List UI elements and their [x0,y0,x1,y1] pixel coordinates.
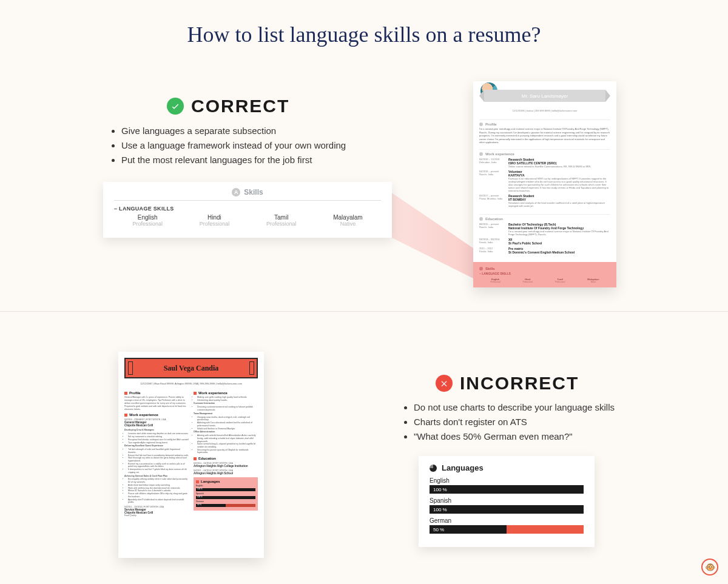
page-title: How to list language skills on a resume? [0,0,728,47]
cross-icon [436,375,453,392]
bar-item: German 50 % [430,517,584,534]
heading-text: Profile [485,123,497,126]
resume-correct-thumbnail: Mr. Saru Landsmayer 12/12/1996 | Indian … [473,81,616,287]
skills-subheading: – LANGUAGE SKILLS [114,206,381,212]
incorrect-tips: Do not use charts to describe your langu… [402,400,615,444]
tip-item: Charts don't register on ATS [414,415,615,429]
languages-heading: Languages [430,463,584,472]
language-cell: English Professional [132,214,163,227]
job-org: Chipotle Mexican Grill [124,424,189,427]
work-item: 04/2016 – 11/2016Dehradun, India Researc… [479,158,610,168]
skills-card: A Skills – LANGUAGE SKILLS English Profe… [103,182,392,238]
correct-heading: CORRECT [167,96,289,116]
lang-name: Hindi [200,214,230,221]
education-heading: Education [194,457,258,460]
heading-text: Profile [129,391,141,395]
edu-item: 08/2015 – presentRanchi, India Bachelor … [479,223,610,236]
skills-card-heading: A Skills [114,188,381,201]
language-cell: Tamil Professional [266,214,297,227]
education-heading: Education [479,214,610,221]
heading-text: Work experience [129,413,158,417]
incorrect-section: INCORRECT Do not use charts to describe … [0,340,728,582]
bar-item: Spanish 100 % [430,497,584,514]
work-heading: Work experience [194,391,258,395]
correct-label: CORRECT [191,96,289,116]
profile-text: I'm a second-year metallurgy and materia… [479,127,610,144]
heading-text: Education [485,217,503,221]
heading-text: Education [198,457,216,460]
resume-language-block: Languages English 100 %Spanish 100 %Germ… [194,477,258,511]
resume-meta: 12/12/1996 | Indian | 499 699 6999 | hel… [473,109,616,112]
lang-cell: TamilProfessional [555,278,565,283]
tip-item: Use a language framework instead of your… [121,138,346,153]
language-row: English Professional Hindi Professional … [114,214,381,227]
skills-heading-text: Skills [244,188,263,196]
lang-label: – LANGUAGE SKILLS [479,272,610,275]
resume-name: Mr. Saru Landsmayer [484,90,605,102]
sub-heading: Office Administration [194,431,258,434]
lang-level: Professional [266,221,297,227]
lang-level: Professional [132,221,163,227]
edu-item: 03/2013 – 03/2014Kerala, India XIISt Pau… [479,238,610,245]
profile-text: General Manager with 2+ years of experie… [124,396,189,411]
heading-text: Skills [485,267,495,270]
heading-text: Work experience [198,391,228,395]
job-sub: Food Quality [124,514,189,517]
work-heading: Work experience [124,413,189,417]
edu-title: Arlington Heights High College Instituti… [194,465,258,468]
work-item: 04/2016 – presentRanchi, India Volunteer… [479,170,610,192]
profile-heading: Profile [479,119,610,126]
check-icon [167,98,184,115]
resume-name: Saul Vega Candia [124,358,258,378]
sub-heading: Team Management [194,412,258,415]
resume-language-bar: Skills – LANGUAGE SKILLS EnglishProfessi… [473,262,616,287]
lang-cell: HindiProfessional [523,278,533,283]
pie-icon [430,465,437,472]
edu-item: 2011 – 2012Kerala, India Pre matricSt Do… [479,247,610,254]
tip-item: Do not use charts to describe your langu… [414,400,615,415]
tip-item: Give languages a separate subsection [121,124,346,138]
tip-item: Put the most relevant languages for the … [121,153,346,167]
tip-item: "What does 50% German even mean?" [414,429,615,444]
correct-section: CORRECT Give languages a separate subsec… [0,85,728,309]
edu-title: Arlington Heights High School [194,472,258,475]
lang-cell: EnglishProfessional [490,278,500,283]
work-heading: Work experience [479,149,610,156]
sub-heading: Customer Interaction [194,402,258,405]
work-item: 09/2017 – presentPowai, Mumbai, India Re… [479,194,610,207]
lang-level: Native [333,221,362,227]
brand-logo-icon: 🐵 [701,559,718,576]
language-cell: Malayalam Native [333,214,362,227]
language-cell: Hindi Professional [200,214,230,227]
resume-meta: 12/12/1987 | Main Road 99999, Arlington … [124,382,258,385]
divider [0,311,728,312]
lang-name: Malayalam [333,214,362,221]
resume-ribbon: Mr. Saru Landsmayer [473,85,616,107]
connector-shape [388,190,479,281]
lang-name: Tamil [266,214,297,221]
heading-text: Work experience [485,152,514,156]
lang-level: Professional [200,221,230,227]
languages-chart-card: Languages English 100 % Spanish 100 % Ge… [419,456,595,547]
heading-text: Languages [201,480,220,483]
lang-name: English [132,214,163,221]
resume-incorrect-thumbnail: Saul Vega Candia 12/12/1987 | Main Road … [118,352,264,558]
skills-heading: Skills [479,267,610,270]
profile-heading: Profile [124,391,189,395]
bar-item: English 100 % [430,477,584,494]
connector-shape [260,486,423,559]
incorrect-heading: INCORRECT [436,373,579,394]
skills-icon: A [232,188,240,196]
incorrect-label: INCORRECT [460,373,579,394]
correct-tips: Give languages a separate subsection Use… [109,124,346,167]
lang-cell: MalayalamNative [587,278,599,283]
languages-heading: Languages [196,480,255,483]
languages-heading-text: Languages [442,463,484,472]
